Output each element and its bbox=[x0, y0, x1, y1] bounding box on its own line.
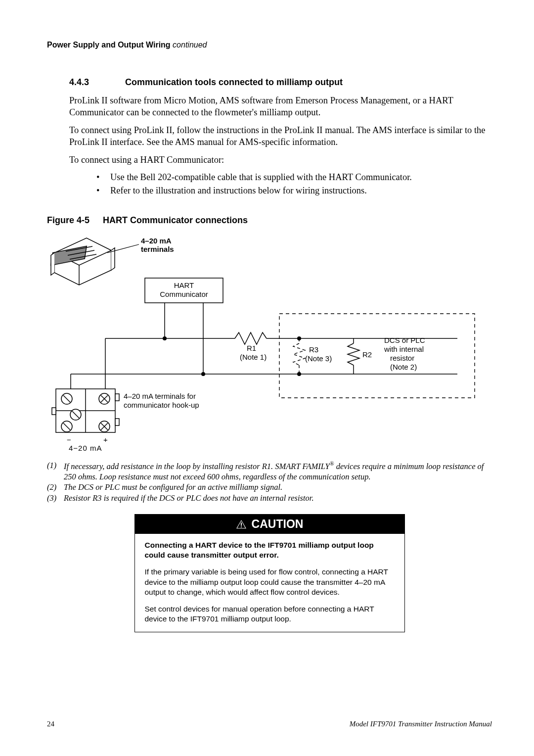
figure-notes: (1) If necessary, add resistance in the … bbox=[47, 460, 492, 503]
svg-rect-25 bbox=[115, 394, 119, 401]
note-2-num: (2) bbox=[47, 482, 61, 492]
label-hookup-1: 4–20 mA terminals for bbox=[124, 392, 196, 400]
label-r1-note: (Note 1) bbox=[240, 353, 267, 361]
svg-point-17 bbox=[297, 372, 301, 376]
label-dcs-4: (Note 2) bbox=[390, 363, 417, 371]
label-ma: 4−20 mA bbox=[69, 444, 102, 452]
label-terminals-1: 4–20 mA bbox=[141, 236, 172, 245]
note-3-num: (3) bbox=[47, 493, 61, 503]
svg-line-4 bbox=[107, 244, 139, 253]
note-3-text: Resistor R3 is required if the DCS or PL… bbox=[64, 493, 314, 503]
running-continued: continued bbox=[173, 41, 207, 49]
caution-title: CAUTION bbox=[252, 518, 304, 531]
figure-diagram: 4–20 mA terminals HART Communicator bbox=[47, 231, 477, 453]
hart-box-line2: Communicator bbox=[160, 290, 208, 298]
hart-box-line1: HART bbox=[174, 281, 194, 289]
svg-rect-24 bbox=[52, 408, 56, 415]
label-r3: R3 bbox=[309, 345, 318, 354]
svg-rect-26 bbox=[115, 419, 119, 425]
caution-lead: Connecting a HART device to the IFT9701 … bbox=[145, 540, 395, 560]
bullet-list: Use the Bell 202-compatible cable that i… bbox=[69, 171, 492, 197]
bullet-1: Use the Bell 202-compatible cable that i… bbox=[96, 171, 492, 184]
page-number: 24 bbox=[47, 720, 54, 728]
section-title: Communication tools connected to milliam… bbox=[125, 77, 343, 87]
page-footer: 24 Model IFT9701 Transmitter Instruction… bbox=[47, 720, 492, 728]
svg-rect-36 bbox=[241, 526, 242, 527]
caution-box: CAUTION Connecting a HART device to the … bbox=[134, 514, 405, 632]
section-heading: 4.4.3 Communication tools connected to m… bbox=[69, 77, 492, 88]
running-header: Power Supply and Output Wiring continued bbox=[47, 41, 492, 49]
running-title: Power Supply and Output Wiring bbox=[47, 41, 171, 49]
note-1-num: (1) bbox=[47, 460, 61, 482]
paragraph-3: To connect using a HART Communicator: bbox=[69, 154, 492, 166]
label-plus: + bbox=[103, 435, 108, 444]
terminal-block bbox=[52, 389, 119, 432]
caution-body: Connecting a HART device to the IFT9701 … bbox=[135, 534, 404, 632]
note-1-text: If necessary, add resistance in the loop… bbox=[64, 460, 492, 482]
section-number: 4.4.3 bbox=[69, 77, 123, 88]
label-minus: − bbox=[67, 435, 71, 444]
label-r2: R2 bbox=[362, 350, 372, 359]
label-dcs-3: resistor bbox=[390, 354, 414, 362]
label-dcs-2: with internal bbox=[384, 345, 424, 353]
label-r1: R1 bbox=[247, 344, 256, 352]
manual-title: Model IFT9701 Transmitter Instruction Ma… bbox=[350, 720, 492, 728]
figure-number: Figure 4-5 bbox=[47, 215, 89, 226]
paragraph-1: ProLink II software from Micro Motion, A… bbox=[69, 94, 492, 118]
warning-icon bbox=[236, 520, 247, 529]
figure-caption: HART Communicator connections bbox=[103, 215, 248, 225]
svg-rect-35 bbox=[241, 522, 242, 525]
svg-point-16 bbox=[297, 336, 301, 340]
caution-header: CAUTION bbox=[135, 515, 404, 534]
label-r3-note: (Note 3) bbox=[305, 354, 332, 363]
resistor-r3 bbox=[293, 338, 305, 374]
figure-title: Figure 4-5 HART Communicator connections bbox=[47, 215, 492, 226]
resistor-r2 bbox=[348, 338, 359, 374]
transmitter-icon bbox=[51, 238, 115, 285]
caution-p2: Set control devices for manual operation… bbox=[145, 604, 395, 624]
label-dcs-1: DCS or PLC bbox=[384, 336, 425, 344]
note-2-text: The DCS or PLC must be configured for an… bbox=[64, 482, 282, 492]
label-hookup-2: communicator hook-up bbox=[124, 401, 199, 409]
label-terminals-2: terminals bbox=[141, 245, 174, 253]
bullet-2: Refer to the illustration and instructio… bbox=[96, 184, 492, 197]
caution-p1: If the primary variable is being used fo… bbox=[145, 567, 395, 597]
paragraph-2: To connect using ProLink II, follow the … bbox=[69, 124, 492, 148]
